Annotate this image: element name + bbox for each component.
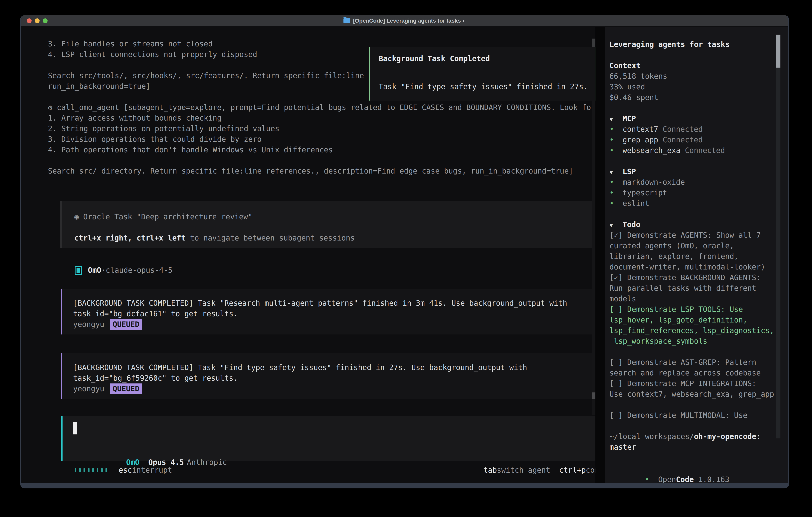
- context-tokens: 66,518 tokens: [609, 71, 780, 82]
- chevron-down-icon: ▼: [609, 167, 622, 177]
- todo-heading: Todo: [622, 220, 640, 229]
- status-badge: QUEUED: [110, 319, 142, 330]
- lsp-item: •typescript: [609, 188, 780, 198]
- task-message-meta: yeongyuQUEUED: [73, 383, 596, 394]
- mcp-item-name: websearch_exa: [622, 146, 680, 155]
- scrollback-line: 2. String operations on potentially unde…: [48, 124, 596, 134]
- app-name-dim: Open: [658, 475, 676, 483]
- opencode-window: [OpenCode] Leveraging agents for tasks ◐…: [20, 15, 789, 488]
- session-title: Leveraging agents for tasks: [609, 39, 780, 50]
- todo-item-done: document-writer, multimodal-looker): [609, 262, 780, 272]
- tool-call-text: call_omo_agent [subagent_type=explore, p…: [57, 103, 596, 112]
- window-title: [OpenCode] Leveraging agents for tasks ◐: [353, 18, 466, 24]
- blank-line: [609, 347, 780, 357]
- todo-section-header[interactable]: ▼Todo: [609, 219, 780, 230]
- lsp-section-header[interactable]: ▼LSP: [609, 166, 780, 177]
- task-message-card: [BACKGROUND TASK COMPLETED] Task "Find t…: [61, 353, 596, 399]
- lsp-item-name: markdown-oxide: [622, 178, 685, 187]
- task-message-line1: [BACKGROUND TASK COMPLETED] Task "Resear…: [73, 298, 596, 308]
- app-name-bold: Code: [676, 475, 694, 483]
- todo-item-done: Run parallel tasks with different: [609, 283, 780, 294]
- chevron-down-icon: ▼: [609, 220, 622, 230]
- scrollback-line: Search src/ directory. Return specific f…: [48, 166, 596, 176]
- model-row: OmOOpus 4.5Anthropic: [73, 446, 227, 457]
- main-scrollbar-thumb[interactable]: [592, 392, 596, 399]
- agent-model: claude-opus-4-5: [106, 265, 172, 275]
- scrollback-line: 4. Path operations that don't handle Win…: [48, 144, 596, 155]
- workspace-path: ~/local-workspaces/: [609, 432, 694, 441]
- todo-item-pending: Use context7, websearch_exa, grep_app: [609, 389, 780, 400]
- sidebar: Leveraging agents for tasks Context 66,5…: [605, 27, 788, 483]
- gear-icon: ⚙: [48, 103, 57, 112]
- lsp-item: •markdown-oxide: [609, 177, 780, 188]
- oracle-task-card: ◉ Oracle Task "Deep architecture review"…: [60, 201, 596, 248]
- task-message-card: [BACKGROUND TASK COMPLETED] Task "Resear…: [61, 289, 596, 334]
- input-agent-name: OmO: [126, 458, 140, 467]
- blank-line: [48, 155, 596, 166]
- mcp-item-name: grep_app: [622, 136, 658, 144]
- mcp-item: •websearch_exa Connected: [609, 145, 780, 156]
- tab-key-label: switch agent: [497, 465, 550, 475]
- tab-key-hint: tab: [484, 465, 497, 475]
- text-cursor: [73, 422, 77, 434]
- blank-line: [609, 156, 780, 166]
- oracle-task-title: Oracle Task "Deep architecture review": [83, 213, 252, 221]
- task-message-line1: [BACKGROUND TASK COMPLETED] Task "Find t…: [73, 362, 596, 373]
- task-message-meta: yeongyuQUEUED: [73, 319, 596, 330]
- agent-square-icon: [75, 266, 82, 275]
- agent-header: OmO · claude-opus-4-5: [75, 265, 596, 275]
- window-title-area: [OpenCode] Leveraging agents for tasks ◐: [21, 15, 788, 26]
- notification-title: Background Task Completed: [379, 53, 490, 64]
- terminal-main-pane[interactable]: 3. File handles or streams not closed 4.…: [21, 27, 596, 483]
- todo-item-done: curated agents (OmO, oracle,: [609, 241, 780, 251]
- todo-item-pending: [ ] Demonstrate MCP INTEGRATIONS:: [609, 378, 780, 389]
- mcp-item: •context7 Connected: [609, 124, 780, 135]
- context-spent: $0.46 spent: [609, 92, 780, 103]
- bullet-icon: •: [609, 188, 622, 198]
- blank-line: [609, 420, 780, 431]
- mcp-item-status: Connected: [658, 136, 703, 144]
- folder-icon: [344, 18, 350, 23]
- window-titlebar[interactable]: [OpenCode] Leveraging agents for tasks ◐: [21, 15, 788, 26]
- ctrlp-key-hint: ctrl+p: [559, 465, 586, 475]
- ctrlp-key-label: commands: [586, 465, 596, 475]
- todo-item-pending: [ ] Demonstrate AST-GREP: Pattern: [609, 357, 780, 368]
- status-badge: QUEUED: [110, 383, 142, 394]
- status-bar-right: tab switch agent ctrl+p commands: [484, 465, 596, 475]
- mcp-section-header[interactable]: ▼MCP: [609, 113, 780, 124]
- tool-call-line: ⚙ call_omo_agent [subagent_type=explore,…: [48, 102, 596, 113]
- context-heading: Context: [609, 60, 780, 71]
- blank-line: [74, 222, 596, 233]
- sidebar-scrollbar-thumb[interactable]: [776, 34, 780, 67]
- todo-item-active: lsp_hover, lsp_goto_definition,: [609, 315, 780, 325]
- chevron-down-icon: ▼: [609, 114, 622, 124]
- input-provider-name: Anthropic: [187, 458, 227, 467]
- oracle-task-hint-line: ctrl+x right, ctrl+x left to navigate be…: [74, 233, 596, 243]
- pane-divider: [596, 27, 605, 483]
- todo-item-done: librarian, explore, frontend,: [609, 251, 780, 262]
- lsp-heading: LSP: [622, 167, 636, 176]
- bullet-icon: •: [609, 198, 622, 209]
- todo-item-active: lsp_workspace_symbols: [609, 336, 780, 347]
- todo-item-active: [ ] Demonstrate LSP TOOLS: Use: [609, 304, 780, 315]
- lsp-item: •eslint: [609, 198, 780, 209]
- app-version-number: 1.0.163: [694, 475, 729, 483]
- shortcut-keys: ctrl+x right, ctrl+x left: [74, 234, 185, 242]
- context-used: 33% used: [609, 82, 780, 92]
- window-body: 3. File handles or streams not closed 4.…: [21, 27, 788, 483]
- shortcut-description: to navigate between subagent sessions: [185, 234, 355, 242]
- mcp-item-status: Connected: [658, 125, 703, 134]
- bullet-icon: •: [609, 145, 622, 156]
- prompt-input[interactable]: OmOOpus 4.5Anthropic: [61, 416, 596, 461]
- task-message-line2: task_id="bg_6f59260c" to get results.: [73, 373, 596, 383]
- bullet-icon: •: [645, 474, 658, 483]
- sidebar-scrollbar-track[interactable]: [776, 34, 780, 438]
- todo-item-done: [✓] Demonstrate BACKGROUND AGENTS:: [609, 272, 780, 283]
- version-line: •OpenCode 1.0.163: [609, 464, 729, 474]
- todo-item-done: models: [609, 294, 780, 304]
- input-model-name: Opus 4.5: [148, 458, 184, 467]
- lsp-item-name: eslint: [622, 199, 649, 208]
- oracle-task-title-line: ◉ Oracle Task "Deep architecture review": [74, 212, 596, 222]
- todo-item-pending: search and replace across codebase: [609, 368, 780, 378]
- workspace-repo: oh-my-opencode:: [694, 432, 761, 441]
